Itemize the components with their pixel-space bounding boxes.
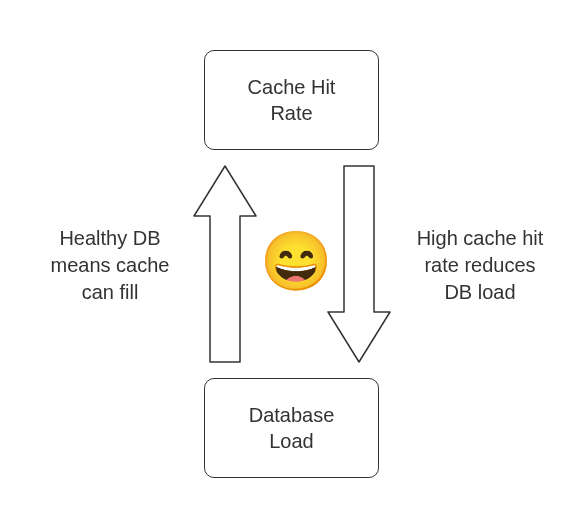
database-load-box: Database Load	[204, 378, 379, 478]
left-annotation: Healthy DB means cache can fill	[30, 225, 190, 306]
cache-hit-rate-box: Cache Hit Rate	[204, 50, 379, 150]
cache-hit-rate-label: Cache Hit Rate	[248, 74, 336, 126]
right-annotation: High cache hit rate reduces DB load	[400, 225, 560, 306]
arrow-up-icon	[192, 164, 258, 364]
smiley-emoji-icon: 😄	[260, 232, 332, 290]
database-load-label: Database Load	[249, 402, 335, 454]
arrow-down-icon	[326, 164, 392, 364]
